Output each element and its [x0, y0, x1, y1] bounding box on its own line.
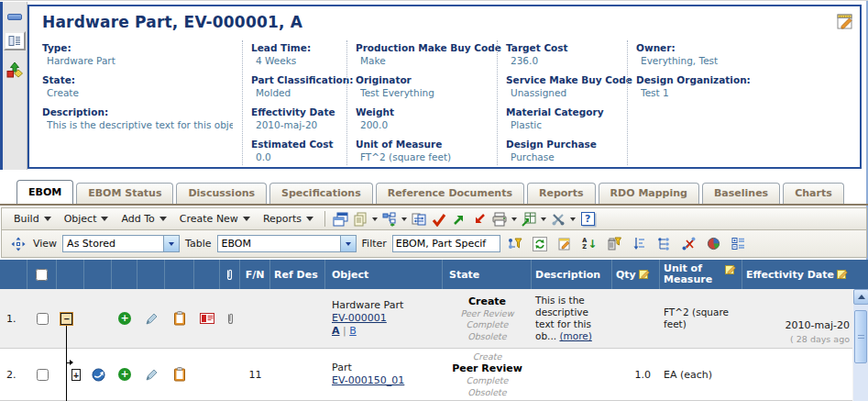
tools-dropdown-icon[interactable]: [568, 210, 577, 228]
state-current: Peer Review: [446, 362, 528, 375]
revision-b-link[interactable]: B: [349, 325, 357, 337]
cascade-window-icon[interactable]: [330, 210, 350, 228]
select-all-checkbox[interactable]: [36, 269, 48, 281]
row-checkbox[interactable]: [37, 369, 49, 381]
tools-icon[interactable]: [548, 210, 568, 228]
property-label: Originator: [356, 74, 488, 85]
tab-ebom[interactable]: EBOM: [16, 180, 73, 204]
lifecycle-icon[interactable]: [6, 61, 23, 81]
tab-charts[interactable]: Charts: [783, 183, 844, 204]
menu-object[interactable]: Object: [58, 213, 115, 225]
object-name-link[interactable]: EV-000001: [332, 312, 403, 325]
menu-label: Create New: [180, 213, 238, 225]
filter-input[interactable]: [392, 235, 500, 252]
object-name-link[interactable]: EV-000150_01: [332, 374, 404, 387]
tree-nodes-icon[interactable]: [654, 235, 674, 253]
structure-dropdown-icon[interactable]: [400, 210, 409, 228]
effectivity-cell: 2010-maj-20 ( 28 days ago: [742, 289, 852, 348]
tab-ebom-status[interactable]: EBOM Status: [76, 183, 173, 204]
header-state: State: [443, 260, 532, 289]
edit-note-icon[interactable]: [835, 11, 855, 31]
effectivity-date: 2010-maj-20: [786, 318, 850, 332]
pencil-icon[interactable]: [145, 312, 159, 326]
scrollbar-thumb[interactable]: [854, 310, 867, 363]
revision-a-link[interactable]: A: [332, 325, 340, 337]
sort-order-icon[interactable]: [630, 235, 649, 253]
refresh-icon[interactable]: [531, 235, 550, 253]
tab-reports[interactable]: Reports: [527, 183, 596, 204]
validate-check-icon[interactable]: [429, 210, 449, 228]
add-child-icon[interactable]: [118, 312, 131, 325]
add-child-icon[interactable]: [118, 368, 131, 381]
sort-az-icon[interactable]: [580, 235, 599, 253]
property-value: Make: [360, 55, 488, 66]
more-link[interactable]: (more): [559, 330, 591, 341]
menu-add-to[interactable]: Add To: [115, 213, 172, 225]
collapse-icon[interactable]: [7, 14, 22, 20]
tree-arrow-icon: [70, 360, 73, 365]
property-label: Owner:: [636, 42, 847, 53]
table-select[interactable]: EBOM: [217, 235, 357, 252]
copy-icon[interactable]: [350, 210, 370, 228]
attachment-icon[interactable]: [226, 311, 235, 326]
clipboard-icon[interactable]: [173, 311, 186, 326]
tab-rdo-mapping[interactable]: RDO Mapping: [599, 183, 699, 204]
column-list-icon[interactable]: [729, 235, 748, 253]
chevron-down-icon: [101, 217, 108, 221]
view-select[interactable]: As Stored: [62, 235, 180, 252]
property-value: 0.0: [256, 151, 337, 162]
globe-navigate-icon[interactable]: [92, 368, 105, 382]
filter-tree-icon[interactable]: [506, 235, 525, 253]
state-current: Create: [446, 295, 528, 308]
tab-specifications[interactable]: Specifications: [269, 183, 373, 204]
swap-compare-icon[interactable]: [409, 210, 429, 228]
export-dropdown-icon[interactable]: [539, 210, 548, 228]
expand-arrows-icon[interactable]: [8, 235, 27, 253]
clipboard-icon[interactable]: [173, 367, 186, 382]
edit-note-icon[interactable]: [555, 235, 575, 253]
help-icon[interactable]: [577, 210, 598, 228]
row-checkbox[interactable]: [37, 313, 49, 325]
header-qty: Qty: [612, 260, 660, 289]
pencil-icon[interactable]: [145, 368, 159, 382]
demote-icon[interactable]: [469, 210, 489, 228]
property-item: Weight200.0: [356, 106, 488, 130]
image-markup-icon[interactable]: [200, 313, 214, 324]
property-value: This is the descriptive text for this ob…: [47, 119, 233, 130]
attachment-icon: [225, 267, 234, 282]
print-dropdown-icon[interactable]: [510, 210, 519, 228]
expand-row-icon[interactable]: [71, 369, 81, 381]
chevron-down-icon[interactable]: [163, 236, 179, 251]
chevron-down-icon: [44, 217, 51, 221]
copy-dropdown-icon[interactable]: [370, 210, 379, 228]
scroll-up-icon[interactable]: [853, 289, 868, 305]
tab-reference-documents[interactable]: Reference Documents: [376, 183, 524, 204]
menu-label: Object: [64, 213, 97, 225]
tab-baselines[interactable]: Baselines: [702, 183, 780, 204]
property-item: Target Cost236.0: [506, 42, 618, 66]
details-icon[interactable]: [4, 31, 26, 50]
property-value: Test 1: [641, 87, 847, 98]
edit-column-icon[interactable]: [837, 268, 849, 282]
disconnect-icon[interactable]: [679, 235, 698, 253]
property-item: Design Organization:Test 1: [636, 74, 847, 98]
chevron-down-icon[interactable]: [340, 236, 356, 251]
edit-column-icon[interactable]: [639, 268, 651, 282]
property-item: Part Classification:Molded: [251, 74, 337, 98]
vertical-scrollbar[interactable]: [852, 289, 868, 401]
export-table-icon[interactable]: [519, 210, 539, 228]
structure-navigate-icon[interactable]: [379, 210, 400, 228]
menu-create-new[interactable]: Create New: [173, 213, 257, 225]
menu-label: Add To: [121, 213, 154, 225]
remove-filter-icon[interactable]: [605, 235, 624, 253]
promote-icon[interactable]: [449, 210, 469, 228]
chart-pie-icon[interactable]: [704, 235, 723, 253]
property-label: Material Category: [506, 106, 618, 117]
print-icon[interactable]: [489, 210, 510, 228]
edit-column-icon[interactable]: [725, 263, 737, 277]
menu-build[interactable]: Build: [7, 213, 58, 225]
tab-discussions[interactable]: Discussions: [176, 183, 267, 204]
menu-reports[interactable]: Reports: [257, 213, 320, 225]
property-item: OriginatorTest Everything: [356, 74, 488, 98]
collapse-row-icon[interactable]: [60, 313, 72, 325]
